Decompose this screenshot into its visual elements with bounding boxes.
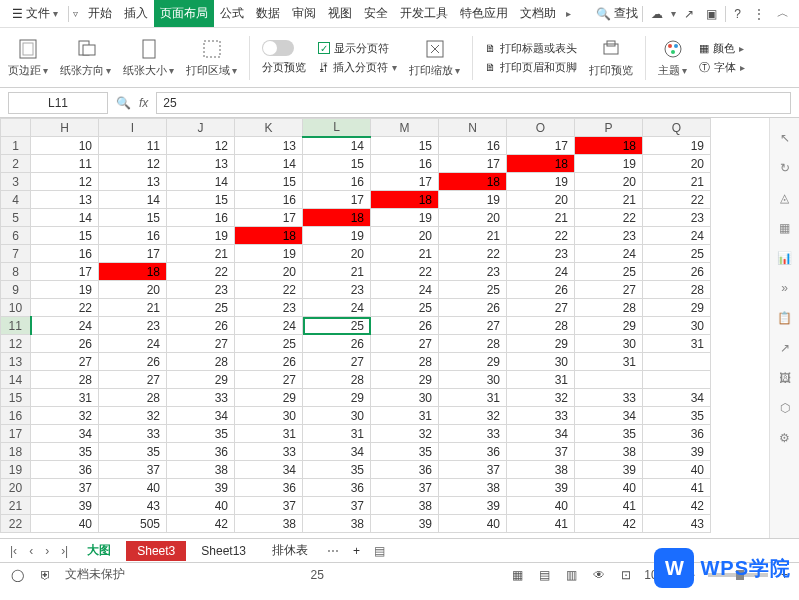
cell-N13[interactable]: 29 [439,353,507,371]
cell-K6[interactable]: 18 [235,227,303,245]
tab-doc-assist[interactable]: 文档助 [514,0,562,27]
cell-L5[interactable]: 18 [303,209,371,227]
print-preview-button[interactable]: 打印预览 [589,37,633,78]
tab-nav-next[interactable]: › [41,544,53,558]
view-mode-icon[interactable]: ⊡ [618,568,634,582]
tab-formula[interactable]: 公式 [214,0,250,27]
cell-N21[interactable]: 39 [439,497,507,515]
cell-K19[interactable]: 34 [235,461,303,479]
cell-L8[interactable]: 21 [303,263,371,281]
search-button[interactable]: 🔍 查找 [596,5,638,22]
image-icon[interactable]: 🖼 [775,368,795,388]
cell-M4[interactable]: 18 [371,191,439,209]
cell-Q12[interactable]: 31 [643,335,711,353]
cell-M17[interactable]: 32 [371,425,439,443]
cell-P8[interactable]: 25 [575,263,643,281]
cell-K17[interactable]: 31 [235,425,303,443]
cell-O4[interactable]: 20 [507,191,575,209]
sheet-tab-3[interactable]: 排休表 [261,539,319,562]
cloud-icon[interactable]: ☁ [647,5,667,23]
col-header-J[interactable]: J [167,119,235,137]
print-titles-button[interactable]: 🗎打印标题或表头 [485,41,577,56]
cell-H20[interactable]: 37 [31,479,99,497]
cell-O11[interactable]: 28 [507,317,575,335]
row-header-6[interactable]: 6 [1,227,31,245]
view-reading-icon[interactable]: 👁 [590,568,608,582]
cell-M2[interactable]: 16 [371,155,439,173]
cell-O9[interactable]: 26 [507,281,575,299]
cell-J10[interactable]: 25 [167,299,235,317]
cell-P17[interactable]: 35 [575,425,643,443]
cell-P20[interactable]: 40 [575,479,643,497]
cell-J6[interactable]: 19 [167,227,235,245]
cell-P3[interactable]: 20 [575,173,643,191]
cell-H15[interactable]: 31 [31,389,99,407]
cell-P18[interactable]: 38 [575,443,643,461]
cell-L7[interactable]: 20 [303,245,371,263]
tabs-overflow-icon[interactable]: ▸ [566,8,571,19]
share-icon[interactable]: ↗ [680,5,698,23]
cell-J1[interactable]: 12 [167,137,235,155]
cell-N5[interactable]: 20 [439,209,507,227]
cell-N3[interactable]: 18 [439,173,507,191]
tab-review[interactable]: 审阅 [286,0,322,27]
cell-N11[interactable]: 27 [439,317,507,335]
cell-J7[interactable]: 21 [167,245,235,263]
cell-Q10[interactable]: 29 [643,299,711,317]
cell-O8[interactable]: 24 [507,263,575,281]
cell-Q13[interactable] [643,353,711,371]
tab-view[interactable]: 视图 [322,0,358,27]
cell-P1[interactable]: 18 [575,137,643,155]
cell-N9[interactable]: 25 [439,281,507,299]
row-header-13[interactable]: 13 [1,353,31,371]
help-icon[interactable]: ? [730,5,745,23]
cell-I9[interactable]: 20 [99,281,167,299]
record-icon[interactable]: ◯ [8,568,27,582]
cell-J2[interactable]: 13 [167,155,235,173]
cell-P9[interactable]: 27 [575,281,643,299]
cell-J11[interactable]: 26 [167,317,235,335]
cell-P14[interactable] [575,371,643,389]
tab-page-layout[interactable]: 页面布局 [154,0,214,27]
cell-M13[interactable]: 28 [371,353,439,371]
cell-N10[interactable]: 26 [439,299,507,317]
color-button[interactable]: ▦颜色▸ [699,41,745,56]
cursor-icon[interactable]: ↖ [775,128,795,148]
cell-Q11[interactable]: 30 [643,317,711,335]
cell-K2[interactable]: 14 [235,155,303,173]
refresh-icon[interactable]: ↻ [775,158,795,178]
cell-I6[interactable]: 16 [99,227,167,245]
cell-O22[interactable]: 41 [507,515,575,533]
cell-O3[interactable]: 19 [507,173,575,191]
cell-O18[interactable]: 37 [507,443,575,461]
row-header-14[interactable]: 14 [1,371,31,389]
cell-N12[interactable]: 28 [439,335,507,353]
cell-P21[interactable]: 41 [575,497,643,515]
cell-K8[interactable]: 20 [235,263,303,281]
tabs-list[interactable]: ▤ [370,544,389,558]
zoom-out-button[interactable]: − [685,568,698,582]
cell-I15[interactable]: 28 [99,389,167,407]
cell-Q6[interactable]: 24 [643,227,711,245]
cell-M11[interactable]: 26 [371,317,439,335]
cell-N17[interactable]: 33 [439,425,507,443]
cell-O5[interactable]: 21 [507,209,575,227]
cell-J8[interactable]: 22 [167,263,235,281]
cell-P5[interactable]: 22 [575,209,643,227]
cell-M9[interactable]: 24 [371,281,439,299]
cell-O1[interactable]: 17 [507,137,575,155]
collapse-icon[interactable]: » [775,278,795,298]
row-header-1[interactable]: 1 [1,137,31,155]
cell-N18[interactable]: 36 [439,443,507,461]
tab-dev-tools[interactable]: 开发工具 [394,0,454,27]
sheet-tab-0[interactable]: 大图 [76,539,122,562]
row-header-12[interactable]: 12 [1,335,31,353]
cell-I1[interactable]: 11 [99,137,167,155]
row-header-19[interactable]: 19 [1,461,31,479]
cell-K10[interactable]: 23 [235,299,303,317]
cell-Q18[interactable]: 39 [643,443,711,461]
file-menu[interactable]: ☰文件▾ [6,3,64,24]
cell-N14[interactable]: 30 [439,371,507,389]
cell-H19[interactable]: 36 [31,461,99,479]
cell-J5[interactable]: 16 [167,209,235,227]
